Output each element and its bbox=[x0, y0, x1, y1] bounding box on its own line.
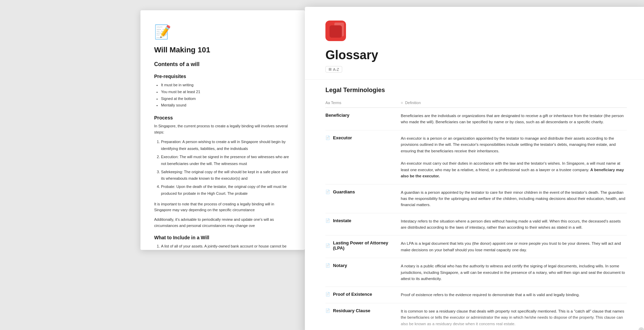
term-name: 📄 Intestate bbox=[325, 218, 394, 223]
glossary-content: Legal Terminologies Aa Terms ≡Definition… bbox=[305, 80, 644, 330]
glossary-book-icon bbox=[325, 21, 346, 41]
list-item: Signed at the bottom bbox=[161, 96, 291, 102]
table-row: 📄 Executor An executor is a person or an… bbox=[325, 130, 627, 185]
term-cell: 📄 Executor bbox=[325, 135, 401, 140]
list-item: Safekeeping: The original copy of the wi… bbox=[161, 169, 291, 182]
def-cell: A guardian is a person appointed by the … bbox=[401, 189, 627, 208]
file-icon: 📄 bbox=[325, 190, 330, 194]
process-section: Process In Singapore, the current proces… bbox=[154, 115, 291, 229]
file-icon: 📄 bbox=[325, 292, 330, 296]
right-document: Glossary ⊞ A-Z Legal Terminologies Aa Te… bbox=[305, 7, 644, 330]
file-icon: 📄 bbox=[325, 263, 330, 268]
table-row: 📄 Notary A notary is a public official w… bbox=[325, 258, 627, 287]
left-doc-title: Will Making 101 bbox=[154, 46, 291, 54]
grid-icon: ⊞ bbox=[329, 67, 332, 72]
contents-heading: Contents of a will bbox=[154, 61, 291, 67]
process-note2: Additionally, it's advisable to periodic… bbox=[154, 217, 291, 229]
table-row: 📄 Residuary Clause It is common to see a… bbox=[325, 303, 627, 330]
file-icon: 📄 bbox=[325, 308, 330, 313]
file-icon: 📄 bbox=[325, 136, 330, 140]
list-item: A list of all of your assets. A jointly-… bbox=[161, 243, 291, 250]
doc-icon: 📝 bbox=[154, 24, 291, 40]
term-cell: 📄 Guardians bbox=[325, 189, 401, 194]
glossary-title: Glossary bbox=[325, 48, 627, 62]
term-cell: 📄 Residuary Clause bbox=[325, 308, 401, 313]
term-cell: 📄 Notary bbox=[325, 263, 401, 268]
term-name: 📄 Lasting Power of Attorney (LPA) bbox=[325, 240, 394, 251]
section-title: Legal Terminologies bbox=[325, 80, 627, 98]
prerequisites-heading: Pre-requisites bbox=[154, 74, 291, 79]
def-column-header: ≡Definition bbox=[401, 101, 627, 105]
term-cell: 📄 Proof of Existence bbox=[325, 292, 401, 297]
what-to-include-section: What to Include in a Will A list of all … bbox=[154, 235, 291, 250]
contents-section: Contents of a will bbox=[154, 61, 291, 67]
def-cell: A notary is a public official who has th… bbox=[401, 263, 627, 282]
prerequisites-list: It must be in writing You must be at lea… bbox=[154, 82, 291, 109]
table-row: 📄 Lasting Power of Attorney (LPA) An LPA… bbox=[325, 236, 627, 258]
include-list: A list of all of your assets. A jointly-… bbox=[154, 243, 291, 250]
table-row: 📄 Intestate Intestacy refers to the situ… bbox=[325, 213, 627, 236]
list-item: It must be in writing bbox=[161, 82, 291, 89]
include-heading: What to Include in a Will bbox=[154, 235, 291, 240]
left-document: 📝 Will Making 101 Contents of a will Pre… bbox=[140, 10, 305, 250]
term-name: 📄 Guardians bbox=[325, 189, 394, 194]
term-name: 📄 Executor bbox=[325, 135, 394, 140]
term-cell: 📄 Intestate bbox=[325, 218, 401, 223]
def-cell: Proof of existence refers to the evidenc… bbox=[401, 292, 627, 298]
def-cell: An LPA is a legal document that lets you… bbox=[401, 240, 627, 253]
def-cell: Beneficiaries are the individuals or org… bbox=[401, 113, 627, 125]
def-cell: Intestacy refers to the situation where … bbox=[401, 218, 627, 231]
table-header: Aa Terms ≡Definition bbox=[325, 98, 627, 108]
main-container: 📝 Will Making 101 Contents of a will Pre… bbox=[140, 7, 504, 315]
term-name: Beneficiary bbox=[325, 113, 394, 118]
table-row: 📄 Proof of Existence Proof of existence … bbox=[325, 287, 627, 303]
process-steps: Preparation: A person wishing to create … bbox=[154, 139, 291, 197]
term-column-header: Aa Terms bbox=[325, 101, 401, 105]
list-item: Probate: Upon the death of the testator,… bbox=[161, 183, 291, 197]
term-name: 📄 Residuary Clause bbox=[325, 308, 394, 313]
file-icon: 📄 bbox=[325, 243, 330, 248]
table-row: 📄 Guardians A guardian is a person appoi… bbox=[325, 185, 627, 213]
list-item: You must be at least 21 bbox=[161, 89, 291, 96]
term-name: 📄 Proof of Existence bbox=[325, 292, 394, 297]
term-cell: Beneficiary bbox=[325, 113, 401, 118]
term-cell: 📄 Lasting Power of Attorney (LPA) bbox=[325, 240, 401, 251]
term-name: 📄 Notary bbox=[325, 263, 394, 268]
table-row: Beneficiary Beneficiaries are the indivi… bbox=[325, 108, 627, 130]
glossary-header: Glossary ⊞ A-Z bbox=[305, 7, 644, 80]
process-heading: Process bbox=[154, 115, 291, 120]
def-cell: An executor is a person or an organizati… bbox=[401, 135, 627, 179]
list-item: Mentally sound bbox=[161, 102, 291, 109]
list-item: Execution: The will must be signed in th… bbox=[161, 154, 291, 167]
def-cell: It is common to see a residuary clause t… bbox=[401, 308, 627, 327]
process-intro: In Singapore, the current process to cre… bbox=[154, 123, 291, 135]
process-note1: It is important to note that the process… bbox=[154, 201, 291, 213]
az-badge: ⊞ A-Z bbox=[325, 66, 342, 73]
file-icon: 📄 bbox=[325, 218, 330, 223]
list-item: Preparation: A person wishing to create … bbox=[161, 139, 291, 152]
prerequisites-section: Pre-requisites It must be in writing You… bbox=[154, 74, 291, 109]
